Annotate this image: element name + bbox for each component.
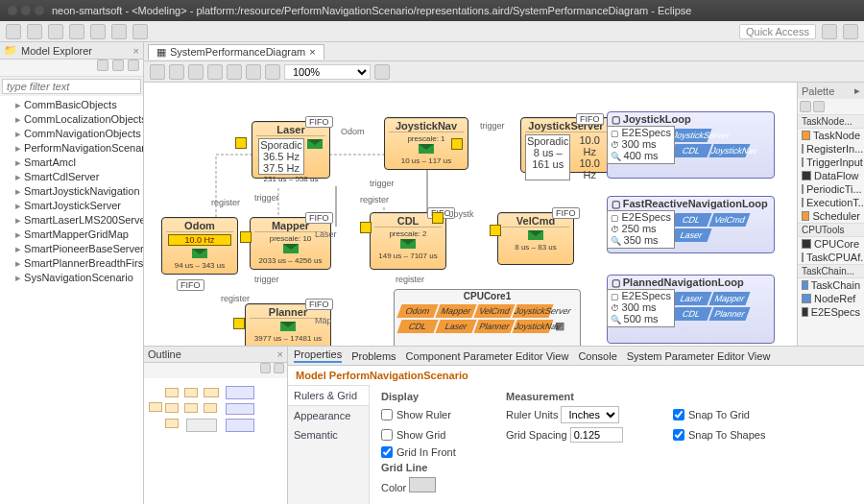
tb-star[interactable] xyxy=(90,24,106,39)
zoomout-icon[interactable] xyxy=(265,64,280,80)
node-joystickserver[interactable]: JoystickServer Sporadic8 us –161 us 10.0… xyxy=(520,117,612,173)
cat-semantic[interactable]: Semantic xyxy=(288,425,369,444)
select-icon[interactable] xyxy=(150,64,165,80)
palette-item[interactable]: TaskCPUAf... xyxy=(798,251,864,264)
palette-item[interactable]: TaskNode xyxy=(798,129,864,142)
perspective-1[interactable] xyxy=(822,24,837,39)
tab-console[interactable]: Console xyxy=(578,350,616,362)
tree-item[interactable]: SysNavigationScenario xyxy=(4,271,139,285)
tab-sys-param[interactable]: System Parameter Editor View xyxy=(627,350,771,362)
cat-appearance[interactable]: Appearance xyxy=(288,406,369,425)
align-icon[interactable] xyxy=(188,64,204,80)
close-icon[interactable]: × xyxy=(277,348,283,360)
palette-item-icon xyxy=(802,171,811,180)
diagram-canvas[interactable]: Odom 10.0 Hz 94 us – 343 us FIFO registe… xyxy=(144,83,797,346)
palette-item[interactable]: TaskChain xyxy=(798,278,864,292)
palette-item[interactable]: Scheduler xyxy=(798,209,864,223)
quick-access[interactable]: Quick Access xyxy=(739,24,816,39)
req-port[interactable] xyxy=(235,137,247,149)
zoomin-icon[interactable] xyxy=(246,64,261,80)
palette-item[interactable]: TriggerInput xyxy=(798,156,864,169)
palette-item[interactable]: RegisterIn... xyxy=(798,142,864,156)
node-laser[interactable]: Laser Sporadic36.5 Hz37.5 Hz 231 us – 55… xyxy=(252,121,330,179)
tb-debug[interactable] xyxy=(69,24,84,39)
tb-run[interactable] xyxy=(48,24,63,39)
palette-item-icon xyxy=(802,252,804,262)
close-icon[interactable]: × xyxy=(133,45,139,57)
tree-item[interactable]: SmartJoystickNavigation xyxy=(4,184,139,199)
palette-item[interactable]: PeriodicTi... xyxy=(798,182,864,196)
palette-item[interactable]: DataFlow xyxy=(798,169,864,182)
tree-item[interactable]: CommNavigationObjects xyxy=(4,127,139,141)
close-icon[interactable]: × xyxy=(309,46,315,58)
link-icon[interactable] xyxy=(97,60,108,71)
chk-snap-grid[interactable]: Snap To Grid xyxy=(673,406,803,423)
pin-icon[interactable] xyxy=(227,64,242,80)
tree-item[interactable]: SmartCdlServer xyxy=(4,170,139,184)
zoom-combo[interactable]: 100% xyxy=(284,64,371,80)
tree-item[interactable]: SmartAmcl xyxy=(4,156,139,170)
chk-show-ruler[interactable]: Show Ruler xyxy=(381,406,492,423)
ruler-units[interactable]: Inches xyxy=(561,406,619,423)
chk-show-grid[interactable]: Show Grid xyxy=(381,427,492,443)
cpu-core[interactable]: CPUCore1 OdomMapperVelCmdJoystickServer … xyxy=(394,289,581,346)
trg-port[interactable] xyxy=(360,222,372,233)
collapse-icon[interactable] xyxy=(112,60,124,71)
req-port[interactable] xyxy=(233,318,245,329)
chevron-icon[interactable]: ▸ xyxy=(854,84,860,97)
tb-new[interactable] xyxy=(6,24,21,39)
zoomfit-icon[interactable] xyxy=(169,64,184,80)
mini-icon[interactable] xyxy=(274,363,284,373)
cursor-icon[interactable] xyxy=(800,101,811,112)
trg-port[interactable] xyxy=(490,225,501,236)
grid-spacing[interactable] xyxy=(570,427,623,443)
tb-save[interactable] xyxy=(27,24,42,39)
model-tree[interactable]: CommBasicObjectsCommLocalizationObjectsC… xyxy=(0,96,143,504)
tree-item[interactable]: SmartLaserLMS200Server xyxy=(4,213,139,228)
window-controls[interactable] xyxy=(8,6,44,15)
tree-item[interactable]: SmartPioneerBaseServer xyxy=(4,242,139,256)
export-icon[interactable] xyxy=(374,64,390,80)
tb-wrench[interactable] xyxy=(132,24,148,39)
envelope-icon xyxy=(283,244,299,253)
tab-comp-param[interactable]: Component Parameter Editor View xyxy=(406,350,569,362)
palette-item-icon xyxy=(802,198,804,207)
tree-item[interactable]: CommBasicObjects xyxy=(4,98,139,112)
filter-input[interactable] xyxy=(2,79,141,94)
tab-problems[interactable]: Problems xyxy=(351,350,396,362)
node-velcmd[interactable]: VelCmd 8 us – 83 us xyxy=(497,212,574,265)
palette-item[interactable]: CPUCore xyxy=(798,237,864,251)
model-explorer-tab[interactable]: 📁 Model Explorer × xyxy=(0,42,143,60)
tab-properties[interactable]: Properties xyxy=(294,348,342,363)
req-port[interactable] xyxy=(432,212,444,224)
layer-icon[interactable] xyxy=(207,64,223,80)
outline-minimap[interactable] xyxy=(144,378,287,504)
chk-snap-shapes[interactable]: Snap To Shapes xyxy=(673,427,803,443)
palette-item[interactable]: ExecutionT... xyxy=(798,196,864,209)
envelope-icon xyxy=(419,144,434,154)
tree-item[interactable]: SmartJoystickServer xyxy=(4,199,139,213)
tree-item[interactable]: SmartMapperGridMap xyxy=(4,228,139,242)
node-mapper[interactable]: Mapper prescale: 10 2033 us – 4256 us xyxy=(250,217,331,270)
toolbar: Quick Access xyxy=(0,21,864,42)
node-odom[interactable]: Odom 10.0 Hz 94 us – 343 us xyxy=(161,217,238,275)
marquee-icon[interactable] xyxy=(813,101,825,112)
chk-grid-front[interactable]: Grid In Front xyxy=(381,446,492,458)
tree-item[interactable]: PerformNavigationScenario xyxy=(4,141,139,156)
envelope-icon xyxy=(400,239,416,249)
outline-tab[interactable]: Outline× xyxy=(144,347,287,363)
cat-rulers[interactable]: Rulers & Grid xyxy=(288,385,369,406)
mini-icon[interactable] xyxy=(260,363,271,373)
palette-item[interactable]: NodeRef xyxy=(798,292,864,305)
trg-port[interactable] xyxy=(451,138,463,150)
tree-item[interactable]: SmartPlannerBreadthFirstSearch xyxy=(4,256,139,271)
tb-brush[interactable] xyxy=(111,24,127,39)
tree-item[interactable]: CommLocalizationObjects xyxy=(4,112,139,127)
grid-color[interactable] xyxy=(409,477,436,492)
perspective-2[interactable] xyxy=(843,24,858,39)
palette-item[interactable]: E2ESpecs xyxy=(798,305,864,319)
menu-icon[interactable] xyxy=(128,60,139,71)
editor-tab[interactable]: ▦ SystemPerformanceDiagram × xyxy=(148,44,324,60)
req-port[interactable] xyxy=(240,231,252,243)
palette-item-icon xyxy=(802,144,804,154)
